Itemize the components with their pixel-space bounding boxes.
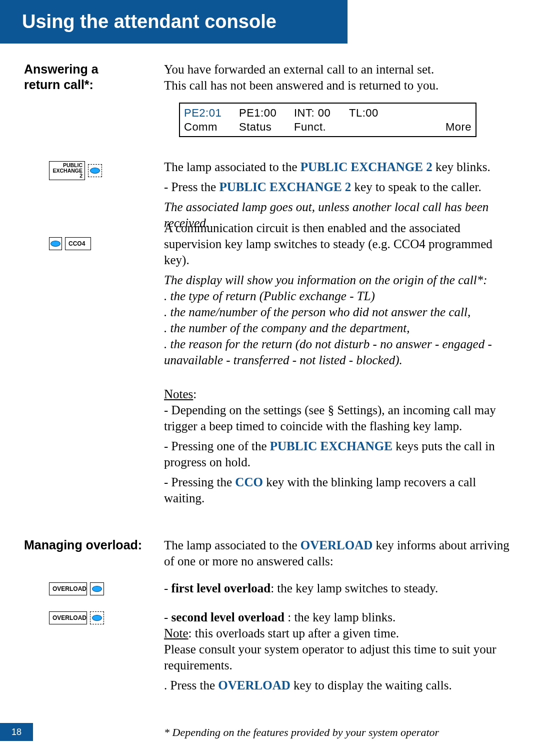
lcd-tl: TL:00 xyxy=(349,106,409,120)
text-fragment-bold: CCO xyxy=(235,475,263,489)
text-fragment: - xyxy=(164,581,172,595)
lcd-display: PE2:01 PE1:00 INT: 00 TL:00 Comm Status … xyxy=(179,103,476,137)
key-label: OVERLOAD xyxy=(49,611,87,624)
circuit-text: A communication circuit is then enabled … xyxy=(164,220,516,268)
intro-line: This call has not been answered and is r… xyxy=(164,78,516,94)
lcd-pe2: PE2:01 xyxy=(184,106,239,120)
text-fragment: : the key lamp blinks. xyxy=(288,610,396,624)
text-fragment: - Press the xyxy=(164,180,219,194)
text-fragment: The display will show you information on… xyxy=(164,273,488,287)
lamp-blinking-icon xyxy=(88,164,102,177)
note-item: - Pressing the CCO key with the blinking… xyxy=(164,474,516,506)
second-level-overload: - second level overload : the key lamp b… xyxy=(164,609,516,625)
cco4-key[interactable]: CCO4 xyxy=(49,237,164,250)
text-fragment: . Press the xyxy=(164,678,218,692)
page-number: 18 xyxy=(0,723,33,741)
text-fragment-bold: OVERLOAD xyxy=(300,538,372,552)
public-exchange-2-key[interactable]: PUBLIC EXCHANGE 2 xyxy=(49,161,164,180)
page-title-banner: Using the attendant console xyxy=(0,0,348,44)
key-label: CCO4 xyxy=(65,237,91,250)
text-fragment-bold: PUBLIC EXCHANGE 2 xyxy=(219,180,351,194)
lcd-status: Status xyxy=(239,120,294,134)
text-fragment-bold: first level overload xyxy=(172,581,271,595)
text-fragment-bold: PUBLIC EXCHANGE 2 xyxy=(300,160,432,174)
overload-note: Note: this overloads start up after a gi… xyxy=(164,625,516,641)
footnote: * Depending on the features provided by … xyxy=(164,726,516,739)
text-fragment: The lamp associated to the xyxy=(164,538,300,552)
lcd-comm: Comm xyxy=(184,120,239,134)
press-overload: . Press the OVERLOAD key to display the … xyxy=(164,677,516,693)
note-item: - Depending on the settings (see § Setti… xyxy=(164,402,516,434)
text-fragment: . the reason for the return (do not dist… xyxy=(164,337,492,367)
note-label: Note xyxy=(164,626,188,640)
overload-intro: The lamp associated to the OVERLOAD key … xyxy=(164,537,516,569)
text-fragment: key to display the waiting calls. xyxy=(290,678,452,692)
first-level-overload: - first level overload: the key lamp swi… xyxy=(164,580,516,596)
notes-label: Notes xyxy=(164,387,193,401)
heading-line: return call*: xyxy=(24,78,94,92)
text-fragment: . the type of return (Public exchange - … xyxy=(164,289,375,303)
lamp-steady-icon xyxy=(49,237,62,250)
text-fragment: . the name/number of the person who did … xyxy=(164,305,470,319)
overload-key-blinking[interactable]: OVERLOAD xyxy=(49,611,164,624)
heading-line: Answering a xyxy=(24,62,98,76)
text-fragment: - Pressing the xyxy=(164,475,235,489)
consult-text: Please consult your system operator to a… xyxy=(164,641,516,673)
text-fragment: - Pressing one of the xyxy=(164,439,270,453)
lamp-blinking-icon xyxy=(90,611,104,624)
text-fragment: - xyxy=(164,610,172,624)
key-label-line: EXCHANGE 2 xyxy=(52,168,82,179)
intro-line: You have forwarded an external call to a… xyxy=(164,62,516,78)
text-fragment-bold: PUBLIC EXCHANGE xyxy=(270,439,392,453)
text-fragment-bold: OVERLOAD xyxy=(218,678,290,692)
lcd-pe1: PE1:00 xyxy=(239,106,294,120)
notes-block: Notes: - Depending on the settings (see … xyxy=(164,386,516,506)
text-fragment: : this overloads start up after a given … xyxy=(188,626,399,640)
press-instruction: - Press the PUBLIC EXCHANGE 2 key to spe… xyxy=(164,179,516,195)
text-fragment: : the key lamp switches to steady. xyxy=(270,581,438,595)
key-label: PUBLIC EXCHANGE 2 xyxy=(49,161,85,180)
text-fragment: . the number of the company and the depa… xyxy=(164,321,410,335)
display-info-block: The display will show you information on… xyxy=(164,272,516,368)
page-title-text: Using the attendant console xyxy=(22,11,276,32)
note-item: - Pressing one of the PUBLIC EXCHANGE ke… xyxy=(164,438,516,470)
section-heading-overload: Managing overload: xyxy=(24,537,164,553)
text-fragment: key to speak to the caller. xyxy=(351,180,481,194)
overload-key-steady[interactable]: OVERLOAD xyxy=(49,582,164,595)
text-fragment: key blinks. xyxy=(432,160,490,174)
section-heading-answering: Answering a return call*: xyxy=(24,62,164,93)
lcd-int: INT: 00 xyxy=(294,106,349,120)
text-fragment-bold: second level overload xyxy=(172,610,288,624)
text-fragment: The lamp associated to the xyxy=(164,160,300,174)
key-label: OVERLOAD xyxy=(49,582,87,595)
lamp-steady-icon xyxy=(90,582,104,595)
lcd-more: More xyxy=(409,120,472,134)
lamp-text: The lamp associated to the PUBLIC EXCHAN… xyxy=(164,159,516,175)
page-number-badge: 18 xyxy=(0,723,33,741)
lcd-funct: Funct. xyxy=(294,120,349,134)
